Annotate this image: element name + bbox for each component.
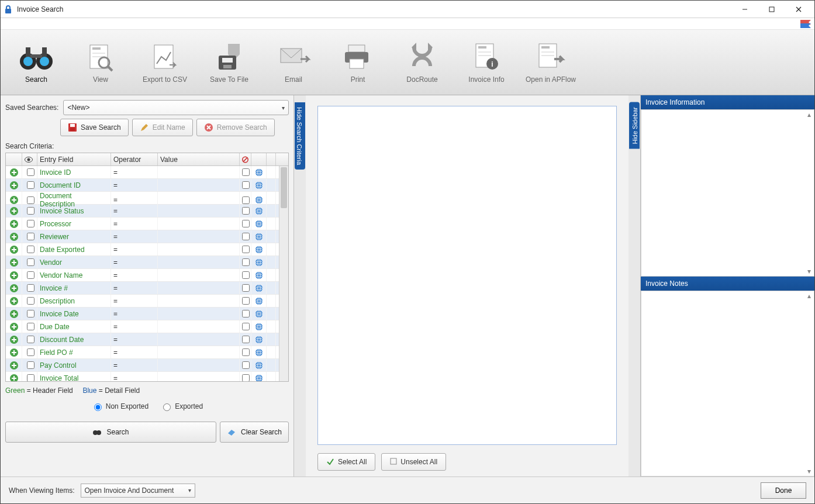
- row-value[interactable]: [158, 295, 240, 307]
- globe-icon[interactable]: [251, 269, 267, 281]
- criteria-row[interactable]: Invoice Status=: [6, 205, 279, 218]
- row-value[interactable]: [158, 205, 240, 217]
- row-operator[interactable]: =: [111, 269, 158, 281]
- criteria-row[interactable]: Date Exported=: [6, 243, 279, 256]
- toolbar-export-csv[interactable]: Export to CSV: [133, 42, 197, 84]
- row-value[interactable]: [158, 230, 240, 243]
- add-row-icon[interactable]: [6, 205, 22, 217]
- criteria-row[interactable]: Document ID=: [6, 179, 279, 192]
- row-visible-checkbox[interactable]: [22, 230, 37, 243]
- toolbar-invoice-info[interactable]: i Invoice Info: [454, 42, 519, 84]
- row-visible-checkbox[interactable]: [22, 243, 37, 256]
- add-row-icon[interactable]: [6, 372, 22, 381]
- saved-searches-combo[interactable]: <New> ▾: [63, 100, 289, 115]
- row-operator[interactable]: =: [111, 166, 158, 178]
- globe-icon[interactable]: [251, 179, 267, 191]
- save-search-button[interactable]: Save Search: [60, 119, 129, 136]
- toolbar-docroute[interactable]: DocRoute: [390, 42, 454, 84]
- hide-sidebar-button[interactable]: Hide Sidebar: [629, 102, 640, 149]
- select-all-button[interactable]: Select All: [317, 453, 375, 471]
- row-visible-checkbox[interactable]: [22, 320, 37, 333]
- row-value[interactable]: [158, 166, 240, 178]
- row-negate-checkbox[interactable]: [240, 269, 251, 281]
- globe-icon[interactable]: [251, 308, 267, 320]
- row-visible-checkbox[interactable]: [22, 166, 37, 178]
- row-negate-checkbox[interactable]: [240, 205, 251, 217]
- criteria-row[interactable]: Invoice Date=: [6, 308, 279, 320]
- search-button[interactable]: Search: [5, 422, 216, 443]
- row-negate-checkbox[interactable]: [240, 308, 251, 320]
- row-value[interactable]: [158, 179, 240, 191]
- row-value[interactable]: [158, 372, 240, 381]
- row-negate-checkbox[interactable]: [240, 256, 251, 268]
- minimize-button[interactable]: [731, 1, 758, 18]
- row-visible-checkbox[interactable]: [22, 372, 37, 381]
- row-negate-checkbox[interactable]: [240, 243, 251, 256]
- row-visible-checkbox[interactable]: [22, 269, 37, 281]
- row-visible-checkbox[interactable]: [22, 346, 37, 358]
- row-operator[interactable]: =: [111, 333, 158, 346]
- row-visible-checkbox[interactable]: [22, 282, 37, 294]
- criteria-row[interactable]: Document Description=: [6, 192, 279, 205]
- row-value[interactable]: [158, 282, 240, 294]
- criteria-row[interactable]: Vendor=: [6, 256, 279, 269]
- add-row-icon[interactable]: [6, 308, 22, 320]
- row-operator[interactable]: =: [111, 205, 158, 217]
- exported-radio[interactable]: Exported: [160, 402, 203, 411]
- criteria-row[interactable]: Invoice Total=: [6, 372, 279, 381]
- globe-icon[interactable]: [251, 333, 267, 346]
- criteria-row[interactable]: Pay Control=: [6, 359, 279, 372]
- preview-area[interactable]: [317, 106, 617, 445]
- add-row-icon[interactable]: [6, 166, 22, 178]
- row-visible-checkbox[interactable]: [22, 256, 37, 268]
- globe-icon[interactable]: [251, 359, 267, 371]
- row-value[interactable]: [158, 333, 240, 346]
- row-operator[interactable]: =: [111, 346, 158, 358]
- scrollbar-thumb[interactable]: [281, 167, 287, 208]
- add-row-icon[interactable]: [6, 256, 22, 268]
- row-negate-checkbox[interactable]: [240, 179, 251, 191]
- criteria-row[interactable]: Description=: [6, 295, 279, 308]
- row-value[interactable]: [158, 243, 240, 256]
- add-row-icon[interactable]: [6, 282, 22, 294]
- row-negate-checkbox[interactable]: [240, 346, 251, 358]
- globe-icon[interactable]: [251, 282, 267, 294]
- row-value[interactable]: [158, 359, 240, 371]
- criteria-row[interactable]: Field PO #=: [6, 346, 279, 359]
- row-negate-checkbox[interactable]: [240, 218, 251, 230]
- row-negate-checkbox[interactable]: [240, 166, 251, 178]
- add-row-icon[interactable]: [6, 230, 22, 243]
- row-operator[interactable]: =: [111, 295, 158, 307]
- toolbar-print[interactable]: Print: [326, 42, 390, 84]
- criteria-row[interactable]: Discount Date=: [6, 333, 279, 346]
- row-value[interactable]: [158, 320, 240, 333]
- row-operator[interactable]: =: [111, 230, 158, 243]
- globe-icon[interactable]: [251, 205, 267, 217]
- criteria-row[interactable]: Due Date=: [6, 320, 279, 333]
- row-visible-checkbox[interactable]: [22, 333, 37, 346]
- row-operator[interactable]: =: [111, 359, 158, 371]
- close-button[interactable]: [785, 1, 812, 18]
- globe-icon[interactable]: [251, 166, 267, 178]
- done-button[interactable]: Done: [761, 482, 806, 499]
- criteria-row[interactable]: Invoice ID=: [6, 166, 279, 179]
- criteria-row[interactable]: Reviewer=: [6, 230, 279, 243]
- col-operator[interactable]: Operator: [111, 153, 158, 165]
- row-negate-checkbox[interactable]: [240, 372, 251, 381]
- flag-icon[interactable]: [800, 20, 811, 28]
- notes-scroll-down[interactable]: ▾: [806, 468, 813, 475]
- row-visible-checkbox[interactable]: [22, 308, 37, 320]
- row-value[interactable]: [158, 269, 240, 281]
- criteria-row[interactable]: Vendor Name=: [6, 269, 279, 282]
- remove-search-button[interactable]: Remove Search: [196, 119, 275, 136]
- add-row-icon[interactable]: [6, 333, 22, 346]
- clear-search-button[interactable]: Clear Search: [220, 422, 289, 443]
- add-row-icon[interactable]: [6, 243, 22, 256]
- info-scroll-up[interactable]: ▴: [806, 111, 813, 118]
- non-exported-radio[interactable]: Non Exported: [91, 402, 149, 411]
- add-row-icon[interactable]: [6, 320, 22, 333]
- globe-icon[interactable]: [251, 243, 267, 256]
- add-row-icon[interactable]: [6, 179, 22, 191]
- info-scroll-down[interactable]: ▾: [806, 268, 813, 275]
- globe-icon[interactable]: [251, 230, 267, 243]
